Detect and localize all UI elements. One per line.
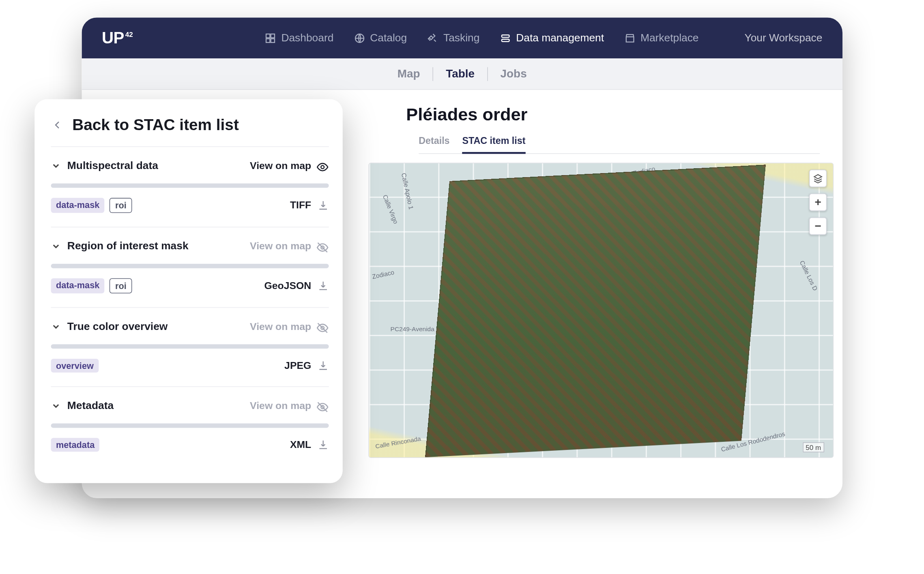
nav-item-dashboard[interactable]: Dashboard xyxy=(265,32,333,44)
view-on-map-button[interactable]: View on map xyxy=(250,321,329,332)
progress-bar xyxy=(51,344,329,349)
asset-toggle[interactable]: Metadata xyxy=(51,400,114,412)
nav-item-catalog[interactable]: Catalog xyxy=(354,32,407,44)
svg-rect-1 xyxy=(271,34,275,37)
storefront-icon xyxy=(624,32,636,44)
layers-button[interactable] xyxy=(809,169,827,187)
asset-title: True color overview xyxy=(67,320,168,333)
nav-item-data-management[interactable]: Data management xyxy=(500,32,604,44)
eye-icon xyxy=(316,161,329,171)
logo-sup: 42 xyxy=(125,30,133,38)
sub-nav: Map Table Jobs xyxy=(82,58,843,90)
nav-label: Tasking xyxy=(443,32,479,44)
svg-rect-0 xyxy=(266,34,270,37)
tag: data-mask xyxy=(51,198,105,213)
download-icon[interactable] xyxy=(318,360,329,371)
subnav-map[interactable]: Map xyxy=(398,67,420,81)
logo: UP 42 xyxy=(102,28,133,48)
asset-toggle[interactable]: Multispectral data xyxy=(51,160,158,172)
arrow-left-icon xyxy=(51,118,64,131)
asset-panel: Back to STAC item list Multispectral dat… xyxy=(34,99,343,483)
tag-group: data-maskroi xyxy=(51,198,132,213)
back-button[interactable]: Back to STAC item list xyxy=(51,116,329,147)
tag: roi xyxy=(110,198,132,213)
format-group: XML xyxy=(290,439,329,450)
asset-row: overviewJPEG xyxy=(51,359,329,387)
detail-tabs: Details STAC item list xyxy=(419,133,820,154)
svg-rect-5 xyxy=(502,34,509,37)
top-nav: UP 42 Dashboard Catalog xyxy=(82,17,843,58)
page-title: Pléiades order xyxy=(406,105,820,125)
asset-header: True color overviewView on map xyxy=(51,320,329,339)
asset-list: Multispectral dataView on mapdata-maskro… xyxy=(51,147,329,466)
tab-details[interactable]: Details xyxy=(419,133,449,154)
tab-stac-item-list[interactable]: STAC item list xyxy=(462,133,526,154)
svg-point-7 xyxy=(321,165,324,169)
eye-off-icon xyxy=(316,401,329,411)
nav-label: Marketplace xyxy=(640,32,699,44)
format-label: TIFF xyxy=(290,200,311,211)
workspace-link[interactable]: Your Workspace xyxy=(745,32,823,44)
asset-header: Region of interest maskView on map xyxy=(51,240,329,259)
view-on-map-button[interactable]: View on map xyxy=(250,160,329,171)
svg-rect-3 xyxy=(271,39,275,42)
chevron-down-icon xyxy=(51,241,61,251)
view-on-map-label: View on map xyxy=(250,321,311,332)
format-label: GeoJSON xyxy=(264,280,311,291)
tag: overview xyxy=(51,359,99,373)
nav-item-marketplace[interactable]: Marketplace xyxy=(624,32,699,44)
map-scale: 50 m xyxy=(803,442,824,452)
subnav-table[interactable]: Table xyxy=(446,67,475,81)
zoom-in-button[interactable]: + xyxy=(809,193,827,211)
back-label: Back to STAC item list xyxy=(72,116,239,134)
asset-toggle[interactable]: Region of interest mask xyxy=(51,240,189,253)
nav-item-tasking[interactable]: Tasking xyxy=(427,32,480,44)
nav-label: Dashboard xyxy=(281,32,333,44)
format-group: GeoJSON xyxy=(264,280,329,291)
map-controls: + − xyxy=(809,169,827,235)
asset-block: Multispectral dataView on mapdata-maskro… xyxy=(51,147,329,227)
chevron-down-icon xyxy=(51,161,61,171)
asset-header: MetadataView on map xyxy=(51,400,329,418)
eye-off-icon xyxy=(316,321,329,332)
format-group: JPEG xyxy=(284,360,329,371)
divider xyxy=(433,67,434,81)
chevron-down-icon xyxy=(51,401,61,411)
progress-bar xyxy=(51,264,329,268)
zoom-out-button[interactable]: − xyxy=(809,217,827,235)
chevron-down-icon xyxy=(51,321,61,332)
asset-block: MetadataView on mapmetadataXML xyxy=(51,387,329,466)
view-on-map-label: View on map xyxy=(250,160,311,171)
download-icon[interactable] xyxy=(318,439,329,450)
progress-bar xyxy=(51,424,329,428)
satellite-icon xyxy=(427,32,438,44)
layers-icon xyxy=(500,32,511,44)
asset-toggle[interactable]: True color overview xyxy=(51,320,168,333)
view-on-map-label: View on map xyxy=(250,241,311,252)
tag-group: metadata xyxy=(51,438,100,452)
tag-group: overview xyxy=(51,359,99,373)
nav-label: Catalog xyxy=(370,32,407,44)
asset-row: metadataXML xyxy=(51,438,329,465)
download-icon[interactable] xyxy=(318,280,329,291)
view-on-map-button[interactable]: View on map xyxy=(250,400,329,411)
asset-title: Metadata xyxy=(67,400,114,412)
view-on-map-label: View on map xyxy=(250,400,311,411)
asset-block: Region of interest maskView on mapdata-m… xyxy=(51,227,329,308)
asset-title: Multispectral data xyxy=(67,160,158,172)
format-group: TIFF xyxy=(290,200,329,211)
divider xyxy=(487,67,488,81)
view-on-map-button[interactable]: View on map xyxy=(250,241,329,252)
logo-text: UP xyxy=(102,28,124,48)
asset-row: data-maskroiTIFF xyxy=(51,198,329,227)
tag: data-mask xyxy=(51,278,105,293)
globe-icon xyxy=(354,32,365,44)
tag: roi xyxy=(110,278,132,293)
download-icon[interactable] xyxy=(318,200,329,211)
map[interactable]: Calle Apolo 1Calle VirgoCalle El Zodiaco… xyxy=(368,163,834,458)
subnav-jobs[interactable]: Jobs xyxy=(501,67,527,81)
dashboard-icon xyxy=(265,32,276,44)
progress-bar xyxy=(51,183,329,188)
nav-label: Data management xyxy=(516,32,604,44)
tag-group: data-maskroi xyxy=(51,278,132,293)
